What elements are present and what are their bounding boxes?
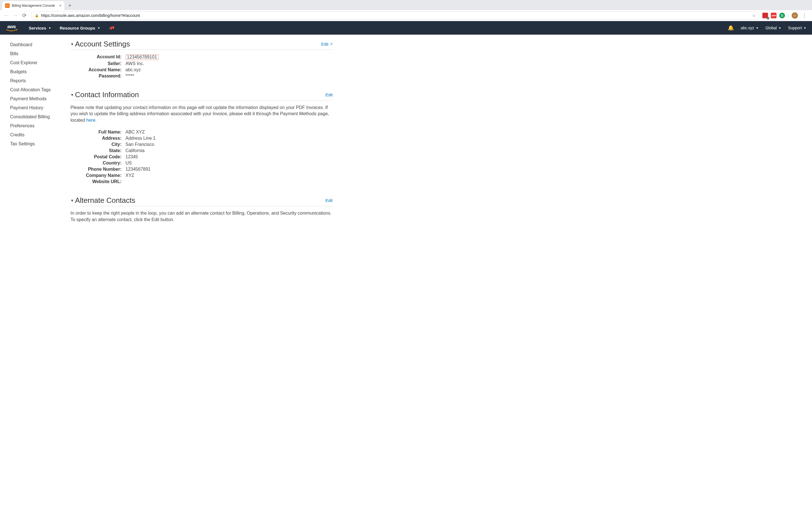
highlighted-account-id: 123456789101 (125, 54, 158, 60)
label: Seller: (85, 61, 125, 66)
sidebar-item-dashboard[interactable]: Dashboard (10, 40, 70, 49)
sidebar-item-credits[interactable]: Credits (10, 130, 70, 139)
value: 123456789101 (125, 54, 158, 60)
field-state: State: California (85, 148, 333, 154)
separator: | (788, 13, 789, 18)
chevron-down-icon: ▼ (49, 26, 51, 30)
field-full-name: Full Name: ABC XYZ (85, 129, 333, 135)
payment-methods-here-link[interactable]: here (86, 118, 95, 122)
sidebar-item-preferences[interactable]: Preferences (10, 121, 70, 130)
tab-favicon-icon (5, 3, 10, 8)
sidebar-item-cost-allocation-tags[interactable]: Cost Allocation Tags (10, 86, 70, 94)
value: XYZ (125, 173, 134, 178)
section-header: ▼ Account Settings Edit ↗ (70, 40, 333, 50)
region-menu[interactable]: Global ▼ (765, 25, 781, 30)
chevron-down-icon: ▼ (804, 26, 806, 30)
support-menu[interactable]: Support ▼ (788, 25, 806, 30)
sidebar-item-reports[interactable]: Reports (10, 76, 70, 86)
section-header: ▼ Alternate Contacts Edit (70, 196, 333, 206)
label: Password: (85, 73, 125, 78)
sidebar-item-budgets[interactable]: Budgets (10, 67, 70, 76)
account-settings-fields: Account Id: 123456789101 Seller: AWS Inc… (85, 54, 333, 79)
section-alternate-contacts: ▼ Alternate Contacts Edit In order to ke… (70, 196, 333, 223)
collapse-toggle-icon[interactable]: ▼ (70, 93, 74, 97)
edit-label: Edit (325, 93, 333, 97)
section-title: Alternate Contacts (75, 196, 325, 205)
aws-nav: aws Services ▼ Resource Groups ▼ 📌 🔔 abc… (0, 21, 812, 35)
value: California (125, 148, 145, 153)
services-menu[interactable]: Services ▼ (29, 25, 51, 31)
extension-icon[interactable]: 2 (762, 13, 768, 18)
label: Company Name: (85, 173, 125, 178)
field-country: Country: US (85, 160, 333, 166)
field-city: City: San Francisco (85, 142, 333, 148)
label: Website URL: (85, 179, 125, 184)
value: Address Line 1 (125, 136, 156, 141)
forward-button[interactable]: → (11, 11, 19, 19)
address-bar[interactable]: 🔒 https://console.aws.amazon.com/billing… (31, 11, 760, 20)
resource-groups-menu[interactable]: Resource Groups ▼ (60, 25, 100, 31)
star-icon[interactable]: ☆ (752, 13, 756, 18)
label: Account Name: (85, 67, 125, 72)
label: Full Name: (85, 129, 125, 135)
label: Postal Code: (85, 154, 125, 159)
profile-avatar[interactable] (792, 12, 798, 18)
bell-icon: 🔔 (728, 25, 734, 31)
lock-icon: 🔒 (35, 13, 39, 17)
label: Account Id: (85, 54, 125, 60)
external-link-icon: ↗ (329, 42, 333, 46)
section-title: Account Settings (75, 40, 321, 48)
new-tab-button[interactable]: + (66, 2, 74, 10)
sidebar-item-cost-explorer[interactable]: Cost Explorer (10, 58, 70, 67)
notifications-button[interactable]: 🔔 (728, 25, 734, 31)
back-button[interactable]: ← (2, 11, 10, 19)
field-seller: Seller: AWS Inc. (85, 61, 333, 67)
sidebar-item-payment-methods[interactable]: Payment Methods (10, 94, 70, 103)
field-postal: Postal Code: 12345 (85, 154, 333, 160)
value: US (125, 161, 132, 166)
field-phone: Phone Number: 1234567891 (85, 166, 333, 172)
field-website: Website URL: (85, 179, 333, 185)
grammarly-extension-icon[interactable]: G (779, 13, 785, 18)
sidebar-item-bills[interactable]: Bills (10, 49, 70, 58)
tab-title: Billing Management Console (12, 4, 55, 8)
edit-label: Edit (321, 42, 328, 47)
section-header: ▼ Contact Information Edit (70, 91, 333, 101)
page: Dashboard Bills Cost Explorer Budgets Re… (0, 35, 812, 245)
label: City: (85, 142, 125, 147)
edit-alternate-link[interactable]: Edit (325, 198, 333, 203)
value: San Francisco (125, 142, 154, 147)
edit-contact-link[interactable]: Edit (325, 93, 333, 97)
pin-button[interactable]: 📌 (109, 25, 114, 31)
note-text: Please note that updating your contact i… (70, 105, 329, 122)
aws-logo[interactable]: aws (6, 24, 17, 32)
pushpin-icon: 📌 (108, 24, 115, 32)
collapse-toggle-icon[interactable]: ▼ (70, 42, 74, 46)
reload-button[interactable]: ⟳ (20, 11, 28, 19)
note-suffix: . (95, 118, 96, 122)
field-password: Password: ***** (85, 73, 333, 79)
alternate-note: In order to keep the right people in the… (70, 210, 333, 223)
abp-extension-icon[interactable]: ABP (771, 13, 776, 18)
tab-close-button[interactable]: × (56, 3, 61, 8)
field-address: Address: Address Line 1 (85, 135, 333, 142)
services-label: Services (29, 25, 46, 31)
value: ABC XYZ (125, 129, 145, 135)
sidebar-item-payment-history[interactable]: Payment History (10, 103, 70, 112)
label: Phone Number: (85, 167, 125, 172)
section-account-settings: ▼ Account Settings Edit ↗ Account Id: 12… (70, 40, 333, 79)
sidebar-item-consolidated-billing[interactable]: Consolidated Billing (10, 112, 70, 121)
aws-logo-text: aws (7, 24, 16, 30)
browser-menu-button[interactable]: ⋮ (801, 12, 808, 18)
account-menu[interactable]: abc.xyz ▼ (741, 25, 758, 30)
browser-tab[interactable]: Billing Management Console × (2, 1, 64, 10)
value: 12345 (125, 154, 138, 159)
browser-chrome: Billing Management Console × + ← → ⟳ 🔒 h… (0, 0, 812, 21)
edit-account-settings-link[interactable]: Edit ↗ (321, 42, 333, 47)
resource-groups-label: Resource Groups (60, 25, 95, 31)
edit-label: Edit (325, 198, 333, 203)
collapse-toggle-icon[interactable]: ▼ (70, 199, 74, 203)
label: State: (85, 148, 125, 153)
url-text: https://console.aws.amazon.com/billing/h… (41, 13, 750, 18)
sidebar-item-tax-settings[interactable]: Tax Settings (10, 139, 70, 149)
